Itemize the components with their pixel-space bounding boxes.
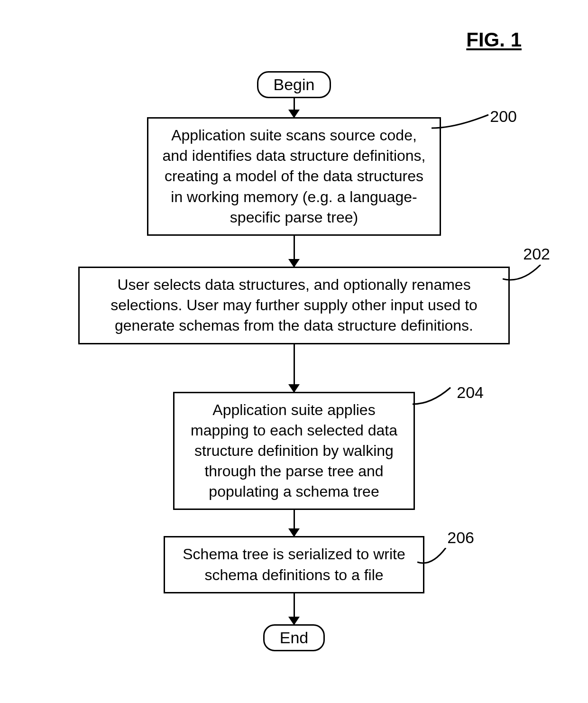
ref-label-206: 206 <box>447 528 474 547</box>
ref-label-202: 202 <box>523 245 550 263</box>
connector-curve-icon <box>413 385 455 409</box>
connector-curve-icon <box>503 265 545 286</box>
ref-label-204: 204 <box>457 383 484 402</box>
connector-curve-icon <box>417 548 450 569</box>
connector-curve-icon <box>432 114 493 133</box>
flowchart-container: Begin Application suite scans source cod… <box>0 71 588 651</box>
arrow-icon <box>294 98 295 117</box>
arrow-icon <box>294 236 295 267</box>
process-box-202: User selects data structures, and option… <box>78 267 510 344</box>
arrow-icon <box>294 344 295 392</box>
terminal-begin: Begin <box>257 71 331 98</box>
ref-label-200: 200 <box>490 107 517 126</box>
process-box-200: Application suite scans source code, and… <box>147 117 441 236</box>
process-box-206: Schema tree is serialized to write schem… <box>164 536 424 593</box>
process-box-204: Application suite applies mapping to eac… <box>173 392 415 510</box>
arrow-icon <box>294 510 295 536</box>
terminal-end: End <box>263 624 325 651</box>
arrow-icon <box>294 593 295 624</box>
figure-title: FIG. 1 <box>466 28 522 51</box>
